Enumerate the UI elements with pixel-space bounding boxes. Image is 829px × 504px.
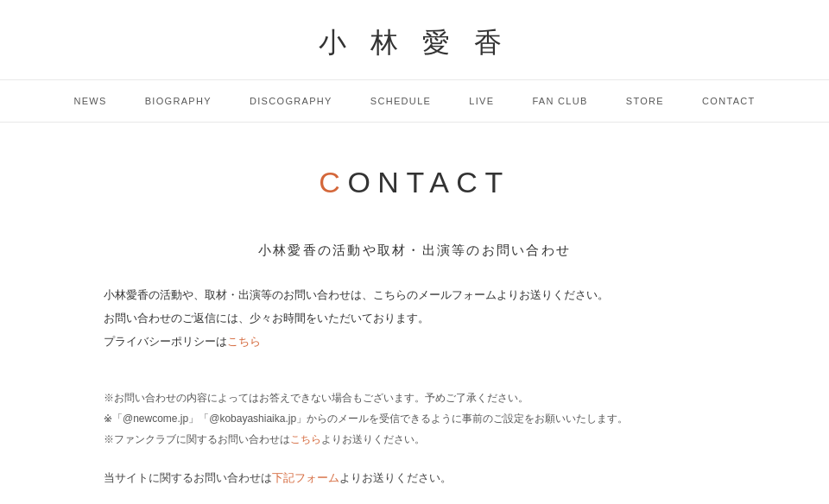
fanclub-contact-link[interactable]: こちら: [290, 433, 321, 445]
note-line-3: ※ファンクラブに関するお問い合わせはこちらよりお送りください。: [104, 429, 725, 450]
desc-line-2: お問い合わせのご返信には、少々お時間をいただいております。: [104, 308, 725, 330]
note3-suffix: よりお送りください。: [321, 433, 425, 445]
desc-line-1: 小林愛香の活動や、取材・出演等のお問い合わせは、こちらのメールフォームよりお送り…: [104, 285, 725, 306]
nav-item-schedule[interactable]: SCHEDULE: [351, 80, 450, 122]
nav-item-discography[interactable]: DISCOGRAPHY: [231, 80, 351, 122]
description-block: 小林愛香の活動や、取材・出演等のお問い合わせは、こちらのメールフォームよりお送り…: [104, 285, 725, 353]
section-subtitle: 小林愛香の活動や取材・出演等のお問い合わせ: [104, 243, 725, 259]
main-content: CONTACT 小林愛香の活動や取材・出演等のお問い合わせ 小林愛香の活動や、取…: [86, 123, 743, 504]
nav-item-biography[interactable]: BIOGRAPHY: [126, 80, 231, 122]
desc3-prefix: プライバシーポリシーは: [104, 336, 227, 348]
main-nav: NEWS BIOGRAPHY DISCOGRAPHY SCHEDULE LIVE…: [0, 80, 829, 123]
form-intro: 当サイトに関するお問い合わせは下記フォームよりお送りください。: [104, 467, 725, 489]
nav-item-live[interactable]: LIVE: [450, 80, 513, 122]
site-title: 小 林 愛 香: [0, 24, 829, 62]
nav-item-store[interactable]: STORE: [607, 80, 683, 122]
form-intro-prefix: 当サイトに関するお問い合わせは: [104, 472, 272, 484]
nav-item-contact[interactable]: CONTACT: [683, 80, 775, 122]
notes-block: ※お問い合わせの内容によってはお答えできない場合もございます。予めご了承ください…: [104, 387, 725, 450]
nav-item-fanclub[interactable]: FAN CLUB: [513, 80, 606, 122]
note3-prefix: ※ファンクラブに関するお問い合わせは: [104, 433, 290, 445]
note-line-2: ※「@newcome.jp」「@kobayashiaika.jp」からのメールを…: [104, 408, 725, 429]
site-header: 小 林 愛 香: [0, 0, 829, 80]
privacy-policy-link[interactable]: こちら: [227, 336, 261, 348]
page-title-first-letter: C: [319, 166, 347, 198]
page-title-rest: ONTACT: [347, 166, 509, 198]
page-title: CONTACT: [104, 166, 725, 199]
form-intro-suffix: よりお送りください。: [339, 472, 452, 484]
note-line-1: ※お問い合わせの内容によってはお答えできない場合もございます。予めご了承ください…: [104, 387, 725, 408]
desc-line-3: プライバシーポリシーはこちら: [104, 331, 725, 353]
form-link[interactable]: 下記フォーム: [272, 472, 339, 484]
nav-item-news[interactable]: NEWS: [54, 80, 125, 122]
